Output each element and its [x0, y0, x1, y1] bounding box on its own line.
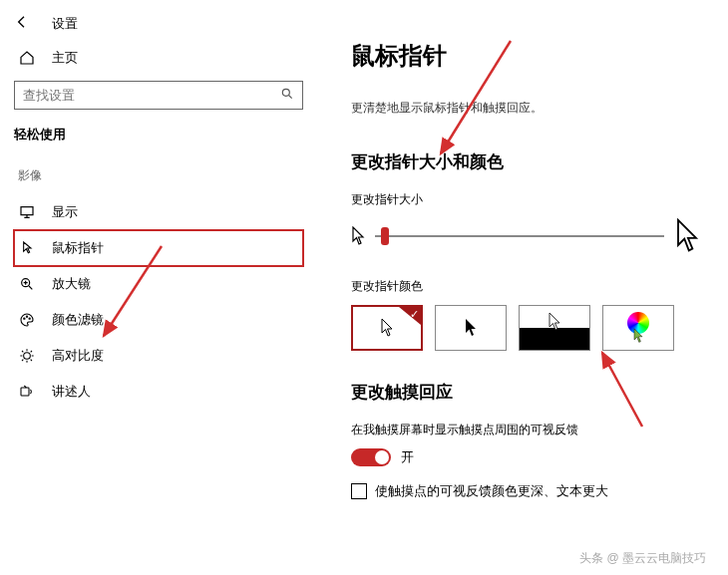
label-pointer-size: 更改指针大小	[351, 191, 704, 208]
svg-rect-7	[21, 388, 29, 396]
label-pointer-color: 更改指针颜色	[351, 278, 704, 295]
touch-darker-checkbox[interactable]	[351, 483, 367, 499]
page-subtitle: 更清楚地显示鼠标指针和触摸回应。	[351, 100, 704, 117]
nav-home-label: 主页	[52, 49, 78, 67]
nav-label: 放大镜	[52, 275, 91, 293]
nav-narrator[interactable]: 讲述人	[14, 374, 303, 410]
nav-label: 显示	[52, 203, 78, 221]
slider-thumb[interactable]	[381, 227, 389, 245]
nav-display[interactable]: 显示	[14, 194, 303, 230]
svg-point-3	[24, 318, 25, 319]
cursor-large-icon	[674, 218, 700, 254]
contrast-icon	[18, 348, 36, 364]
page-title: 鼠标指针	[351, 40, 704, 72]
section-size-color: 更改指针大小和颜色	[351, 150, 704, 173]
cursor-small-icon	[351, 226, 365, 246]
nav-label: 讲述人	[52, 383, 91, 401]
palette-icon	[18, 312, 36, 328]
nav-mouse-pointer[interactable]: 鼠标指针	[14, 230, 303, 266]
nav-magnifier[interactable]: 放大镜	[14, 266, 303, 302]
monitor-icon	[18, 204, 36, 220]
touch-description: 在我触摸屏幕时显示触摸点周围的可视反馈	[351, 422, 704, 438]
svg-point-5	[29, 318, 30, 319]
nav-label: 鼠标指针	[52, 239, 104, 257]
pointer-color-black[interactable]	[435, 305, 507, 351]
magnifier-icon	[18, 276, 36, 292]
home-icon	[18, 50, 36, 66]
check-icon: ✓	[410, 308, 419, 321]
nav-high-contrast[interactable]: 高对比度	[14, 338, 303, 374]
svg-point-4	[26, 316, 27, 317]
back-icon[interactable]	[14, 14, 30, 33]
narrator-icon	[18, 384, 36, 400]
pointer-color-custom[interactable]	[602, 305, 674, 351]
nav-label: 颜色滤镜	[52, 311, 104, 329]
search-input[interactable]	[14, 81, 303, 110]
toggle-label: 开	[401, 448, 414, 466]
section-touch: 更改触摸回应	[351, 381, 704, 404]
pointer-color-white[interactable]: ✓	[351, 305, 423, 351]
app-title: 设置	[52, 15, 78, 33]
checkbox-label: 使触摸点的可视反馈颜色更深、文本更大	[375, 482, 608, 500]
search-icon	[280, 87, 294, 104]
watermark: 头条 @ 墨云云电脑技巧	[579, 550, 706, 567]
svg-point-0	[282, 89, 289, 96]
nav-label: 高对比度	[52, 347, 104, 365]
svg-point-6	[24, 353, 31, 360]
group-vision: 影像	[18, 167, 303, 184]
pointer-icon	[18, 240, 36, 256]
pointer-color-inverted[interactable]	[519, 305, 590, 351]
pointer-size-slider[interactable]	[375, 235, 664, 237]
touch-feedback-toggle[interactable]	[351, 448, 391, 466]
nav-home[interactable]: 主页	[18, 49, 303, 67]
svg-rect-1	[21, 207, 33, 215]
nav-color-filters[interactable]: 颜色滤镜	[14, 302, 303, 338]
search-field[interactable]	[23, 88, 280, 103]
section-title: 轻松使用	[14, 126, 303, 144]
